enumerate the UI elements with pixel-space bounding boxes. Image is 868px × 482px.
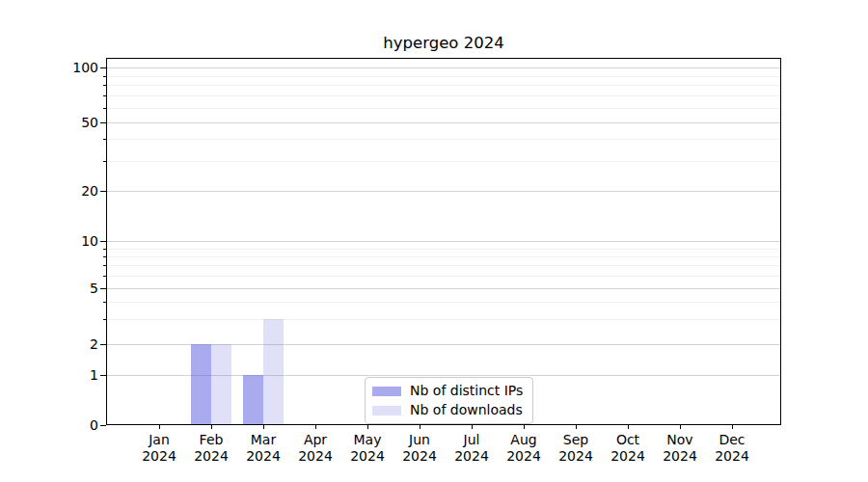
x-tick: [420, 425, 420, 429]
y-minor-tick: [103, 256, 106, 257]
x-tick-label: Jan2024: [142, 432, 176, 465]
gridline-minor: [106, 249, 781, 250]
x-tick-year: 2024: [246, 448, 281, 465]
x-tick-year: 2024: [506, 448, 541, 465]
x-tick: [680, 425, 681, 429]
bar-mar-downloads: [263, 319, 284, 425]
x-tick-year: 2024: [663, 448, 697, 465]
x-tick-label: Jul2024: [454, 432, 489, 465]
x-tick-label: Apr2024: [298, 432, 333, 465]
y-minor-tick: [103, 161, 106, 162]
x-tick-month: Oct: [610, 432, 645, 448]
chart-figure: hypergeo 2024 0125102050100Jan2024Feb202…: [0, 0, 868, 482]
legend-item-downloads: Nb of downloads: [372, 402, 523, 418]
x-tick-month: May: [350, 432, 385, 448]
gridline-minor: [106, 85, 781, 86]
y-tick-label: 10: [2, 232, 98, 250]
x-tick: [732, 425, 733, 429]
y-tick-label: 5: [2, 280, 98, 297]
x-tick-year: 2024: [142, 448, 176, 465]
x-tick-month: Feb: [194, 432, 229, 448]
x-tick-month: Jun: [402, 432, 437, 448]
x-tick: [524, 425, 525, 429]
y-minor-tick: [103, 276, 106, 277]
gridline-minor: [106, 276, 781, 277]
x-tick-year: 2024: [298, 448, 333, 465]
x-tick-year: 2024: [558, 448, 593, 465]
x-tick-label: Feb2024: [194, 432, 229, 465]
legend: Nb of distinct IPs Nb of downloads: [365, 377, 533, 424]
y-tick-label: 2: [2, 335, 98, 353]
x-tick-month: Dec: [715, 432, 749, 448]
y-minor-tick: [103, 265, 106, 266]
legend-item-distinct-ips: Nb of distinct IPs: [372, 383, 523, 399]
bar-mar-ips: [243, 375, 263, 425]
y-tick-label: 100: [2, 59, 98, 76]
y-tick-label: 1: [2, 366, 98, 384]
x-tick-month: Sep: [558, 432, 593, 448]
y-tick: [100, 122, 106, 123]
gridline-major: [106, 241, 781, 242]
y-tick-label: 20: [2, 182, 98, 200]
x-tick: [263, 425, 264, 429]
x-tick-label: Oct2024: [610, 432, 645, 465]
gridline-minor: [106, 76, 781, 77]
x-tick: [315, 425, 316, 429]
y-tick: [100, 344, 106, 345]
x-tick-year: 2024: [402, 448, 437, 465]
x-tick-month: Jul: [454, 432, 489, 448]
x-tick-month: Apr: [298, 432, 333, 448]
y-minor-tick: [103, 85, 106, 86]
y-minor-tick: [103, 95, 106, 96]
legend-label-downloads: Nb of downloads: [410, 402, 523, 418]
gridline-major: [106, 122, 781, 123]
gridline-minor: [106, 139, 781, 140]
y-minor-tick: [103, 108, 106, 109]
x-tick-year: 2024: [454, 448, 489, 465]
gridline-minor: [106, 108, 781, 109]
y-minor-tick: [103, 302, 106, 303]
x-tick: [211, 425, 212, 429]
x-tick-label: Nov2024: [663, 432, 697, 465]
bar-feb-downloads: [211, 344, 231, 425]
y-minor-tick: [103, 319, 106, 320]
y-minor-tick: [103, 76, 106, 77]
x-tick-year: 2024: [715, 448, 749, 465]
x-tick-label: May2024: [350, 432, 385, 465]
x-tick-label: Sep2024: [558, 432, 593, 465]
x-tick-month: Aug: [506, 432, 541, 448]
gridline-minor: [106, 161, 781, 162]
legend-swatch-downloads: [372, 406, 401, 415]
x-tick-month: Nov: [663, 432, 697, 448]
legend-swatch-distinct-ips: [372, 387, 401, 396]
x-tick: [576, 425, 577, 429]
x-tick: [159, 425, 160, 429]
x-tick: [367, 425, 368, 429]
x-tick: [472, 425, 473, 429]
gridline-major: [106, 67, 781, 68]
legend-label-distinct-ips: Nb of distinct IPs: [410, 383, 523, 399]
gridline-minor: [106, 265, 781, 266]
x-tick-year: 2024: [350, 448, 385, 465]
chart-title: hypergeo 2024: [106, 34, 781, 53]
x-tick-label: Jun2024: [402, 432, 437, 465]
y-tick-label: 50: [2, 114, 98, 131]
y-tick: [100, 67, 106, 68]
x-tick: [628, 425, 629, 429]
y-tick-label: 0: [2, 416, 98, 434]
gridline-major: [106, 288, 781, 289]
gridline-minor: [106, 302, 781, 303]
y-tick: [100, 191, 106, 192]
plot-area: 0125102050100Jan2024Feb2024Mar2024Apr202…: [106, 58, 781, 425]
y-tick: [100, 241, 106, 242]
x-tick-month: Mar: [246, 432, 281, 448]
gridline-minor: [106, 319, 781, 320]
x-tick-month: Jan: [142, 432, 176, 448]
x-tick-year: 2024: [610, 448, 645, 465]
gridline-minor: [106, 256, 781, 257]
bar-feb-ips: [191, 344, 211, 425]
gridline-minor: [106, 95, 781, 96]
gridline-major: [106, 191, 781, 192]
x-tick-label: Aug2024: [506, 432, 541, 465]
y-tick: [100, 288, 106, 289]
